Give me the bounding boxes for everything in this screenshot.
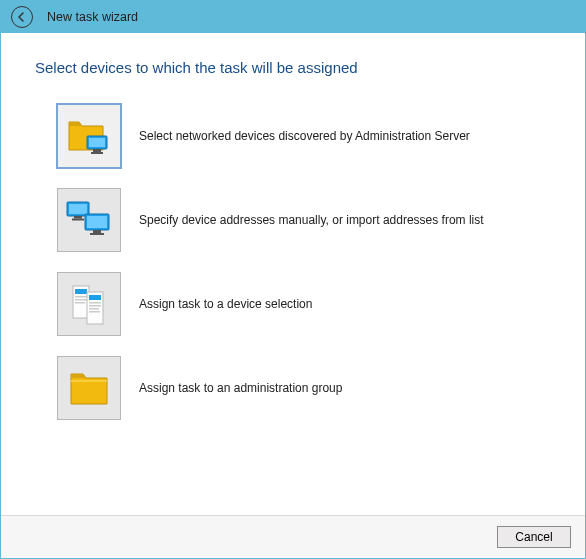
wizard-footer: Cancel bbox=[1, 515, 585, 558]
option-networked-devices[interactable]: Select networked devices discovered by A… bbox=[57, 104, 557, 168]
svg-rect-7 bbox=[72, 219, 84, 221]
folder-icon bbox=[57, 356, 121, 420]
svg-rect-14 bbox=[75, 296, 87, 298]
arrow-left-icon bbox=[16, 11, 28, 23]
option-specify-addresses[interactable]: Specify device addresses manually, or im… bbox=[57, 188, 557, 252]
svg-rect-3 bbox=[91, 152, 103, 154]
svg-rect-2 bbox=[93, 149, 101, 152]
svg-rect-20 bbox=[89, 305, 101, 307]
device-selection-icon bbox=[57, 272, 121, 336]
option-label: Assign task to an administration group bbox=[139, 380, 342, 396]
folder-monitor-icon bbox=[57, 104, 121, 168]
option-label: Assign task to a device selection bbox=[139, 296, 312, 312]
options-list: Select networked devices discovered by A… bbox=[35, 104, 557, 420]
svg-rect-13 bbox=[75, 289, 87, 294]
svg-rect-1 bbox=[89, 138, 105, 147]
window-title: New task wizard bbox=[47, 10, 138, 24]
svg-rect-16 bbox=[75, 302, 85, 304]
option-device-selection[interactable]: Assign task to a device selection bbox=[57, 272, 557, 336]
titlebar: New task wizard bbox=[1, 1, 585, 33]
svg-rect-22 bbox=[89, 311, 100, 313]
svg-rect-5 bbox=[69, 204, 87, 214]
devices-icon bbox=[57, 188, 121, 252]
wizard-content: Select devices to which the task will be… bbox=[1, 33, 585, 515]
option-label: Select networked devices discovered by A… bbox=[139, 128, 470, 144]
svg-rect-6 bbox=[74, 216, 82, 219]
svg-rect-9 bbox=[87, 216, 107, 228]
page-heading: Select devices to which the task will be… bbox=[35, 59, 557, 76]
svg-rect-19 bbox=[89, 302, 101, 304]
option-admin-group[interactable]: Assign task to an administration group bbox=[57, 356, 557, 420]
svg-rect-11 bbox=[90, 233, 104, 235]
svg-rect-21 bbox=[89, 308, 99, 310]
option-label: Specify device addresses manually, or im… bbox=[139, 212, 484, 228]
cancel-button[interactable]: Cancel bbox=[497, 526, 571, 548]
svg-rect-15 bbox=[75, 299, 87, 301]
svg-rect-18 bbox=[89, 295, 101, 300]
back-button[interactable] bbox=[11, 6, 33, 28]
svg-rect-10 bbox=[93, 230, 101, 233]
